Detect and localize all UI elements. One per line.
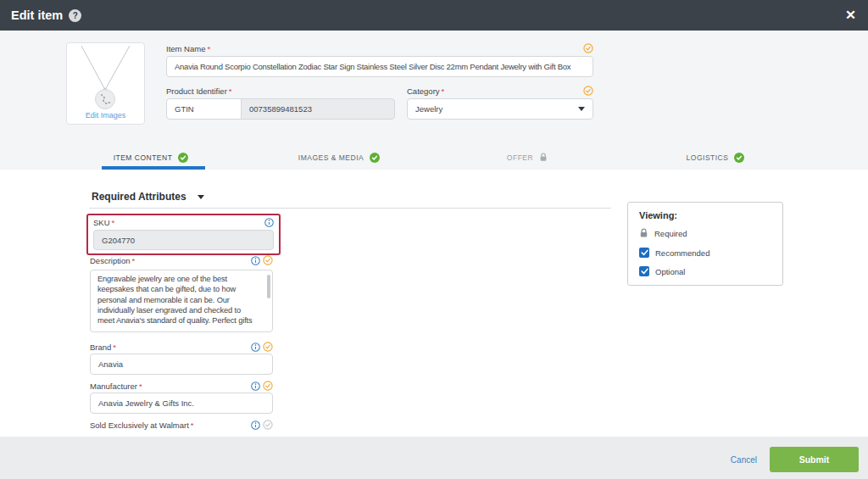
identifier-type-select[interactable]: GTIN [166, 98, 242, 120]
category-complete-icon [583, 86, 593, 96]
brand-input[interactable]: Anavia [90, 354, 273, 375]
lock-icon [639, 228, 648, 238]
tab-images-media[interactable]: IMAGES & MEDIA [245, 146, 433, 169]
sold-exclusively-label: Sold Exclusively at Walmart [90, 421, 189, 430]
manufacturer-input[interactable]: Anavia Jewelry & Gifts Inc. [90, 393, 273, 414]
product-identifier-label: Product Identifier* [166, 86, 232, 96]
info-icon[interactable] [251, 343, 260, 352]
section-divider [89, 208, 611, 209]
description-label: Description [90, 256, 131, 265]
chevron-down-icon [198, 195, 204, 199]
checkbox-checked[interactable] [639, 248, 649, 258]
section-required-attributes[interactable]: Required Attributes [92, 191, 204, 203]
identifier-value-input[interactable]: 00735899481523 [241, 98, 395, 120]
viewing-optional[interactable]: Optional [639, 266, 685, 276]
manufacturer-label-row: Manufacturer* [90, 381, 273, 391]
modal-title: Edit item [11, 8, 63, 22]
edit-images-link[interactable]: Edit Images [67, 111, 144, 120]
help-icon[interactable]: ? [69, 9, 81, 22]
active-tab-underline [102, 166, 205, 170]
description-textarea[interactable]: Engravable jewelry are one of the best k… [90, 270, 273, 332]
check-circle-yellow-icon [263, 342, 273, 352]
item-name-complete-icon [583, 43, 593, 53]
check-circle-yellow-icon [263, 381, 273, 391]
checkbox-checked[interactable] [639, 266, 649, 276]
manufacturer-label: Manufacturer [90, 382, 137, 391]
viewing-panel: Viewing: Required Recommended Optional [627, 202, 783, 286]
check-circle-icon [178, 153, 188, 163]
sku-highlight-box: SKU* G204770 [86, 214, 281, 255]
check-circle-gray-icon [263, 420, 273, 430]
item-name-label: Item Name* [166, 44, 210, 53]
check-circle-icon [734, 153, 744, 163]
category-label: Category* [407, 86, 444, 96]
info-icon[interactable] [251, 382, 260, 391]
submit-button[interactable]: Submit [770, 447, 859, 472]
sku-label: SKU [93, 218, 110, 227]
info-icon[interactable] [251, 421, 260, 430]
brand-label: Brand [90, 343, 111, 352]
close-icon[interactable]: ✕ [845, 8, 860, 22]
check-circle-yellow-icon [263, 255, 273, 265]
check-circle-icon [370, 153, 380, 163]
info-icon[interactable] [251, 256, 260, 265]
viewing-required: Required [639, 228, 687, 238]
edit-item-modal: Edit item ? ✕ Edit Images Item Name* Ana… [0, 0, 868, 479]
product-image-card[interactable]: Edit Images [66, 42, 145, 125]
lock-icon [539, 153, 548, 162]
category-select[interactable]: Jewelry [407, 98, 593, 120]
tab-item-content[interactable]: ITEM CONTENT [57, 146, 245, 169]
scrollbar-thumb[interactable] [267, 275, 270, 298]
tab-offer[interactable]: OFFER [433, 146, 621, 169]
tab-bar: ITEM CONTENT IMAGES & MEDIA OFFER LOGIST… [57, 146, 810, 169]
sku-input[interactable]: G204770 [93, 230, 274, 250]
item-name-input[interactable]: Anavia Round Scorpio Constellation Zodia… [166, 56, 593, 77]
brand-label-row: Brand* [90, 342, 273, 352]
tab-logistics[interactable]: LOGISTICS [621, 146, 810, 169]
chevron-down-icon [578, 107, 585, 111]
viewing-recommended[interactable]: Recommended [639, 248, 709, 258]
cancel-button[interactable]: Cancel [731, 455, 757, 465]
viewing-title: Viewing: [639, 210, 677, 220]
product-image [67, 43, 144, 109]
description-label-row: Description* [90, 255, 273, 265]
sold-exclusively-label-row: Sold Exclusively at Walmart* [90, 420, 273, 430]
info-icon[interactable] [264, 218, 274, 227]
modal-header: Edit item ? ✕ [0, 0, 868, 31]
